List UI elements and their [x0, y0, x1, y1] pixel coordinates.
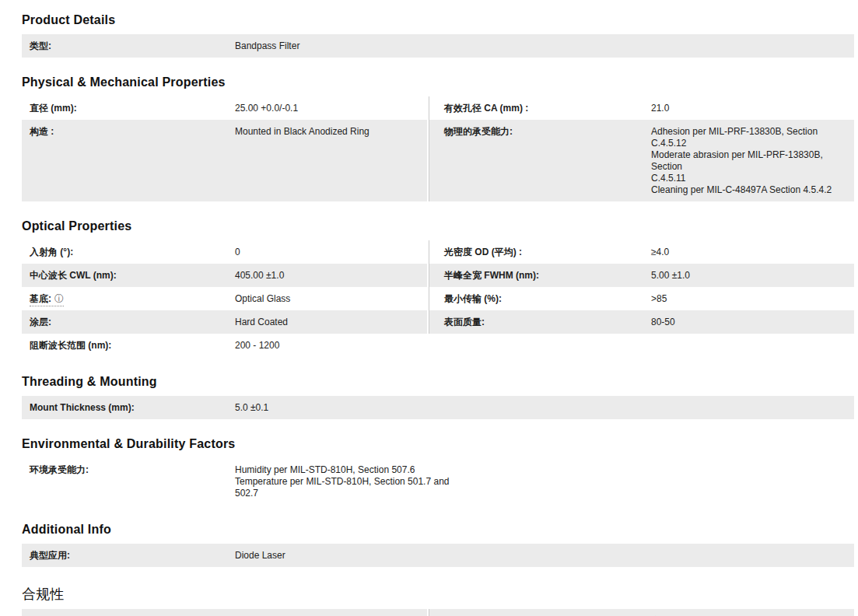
spec-label-text: 典型应用:	[30, 550, 70, 561]
spec-label-text: 最小传输 (%):	[444, 293, 502, 304]
spec-label: 有效孔径 CA (mm) :	[444, 103, 651, 114]
spec-label-text: 光密度 OD (平均) :	[444, 247, 522, 257]
spec-label-text: 直径 (mm):	[30, 103, 77, 114]
spec-label-wrap: 物理的承受能力:	[444, 126, 513, 137]
spec-label-text: 中心波长 CWL (nm):	[30, 270, 117, 281]
product-specs-page: Product Details类型:Bandpass FilterPhysica…	[22, 13, 854, 616]
section-threading-mounting: Threading & MountingMount Thickness (mm)…	[22, 375, 854, 419]
spec-label: 直径 (mm):	[30, 103, 235, 114]
section-optical-properties: Optical Properties入射角 (°):0光密度 OD (平均) :…	[22, 219, 854, 357]
spec-label-text: 类型:	[30, 40, 51, 51]
spec-cell: 环境承受能力:Humidity per MIL-STD-810H, Sectio…	[22, 458, 854, 505]
spec-label-wrap: 构造 :	[30, 126, 54, 137]
spec-row: 入射角 (°):0光密度 OD (平均) :≥4.0	[22, 240, 854, 264]
spec-label-wrap: 直径 (mm):	[30, 103, 77, 114]
spec-label: 表面质量:	[444, 317, 651, 328]
spec-label-text: 入射角 (°):	[30, 247, 73, 257]
spec-label-text: Mount Thickness (mm):	[30, 402, 135, 413]
spec-cell: RoHS 2015:符合标准	[22, 609, 429, 616]
spec-label: 中心波长 CWL (nm):	[30, 270, 235, 282]
spec-cell: 构造 :Mounted in Black Anodized Ring	[22, 120, 429, 201]
spec-cell: 典型应用:Diode Laser	[22, 544, 854, 567]
spec-cell: Mount Thickness (mm):5.0 ±0.1	[22, 396, 854, 419]
spec-row: 环境承受能力:Humidity per MIL-STD-810H, Sectio…	[22, 458, 854, 505]
spec-cell: 中心波长 CWL (nm):405.00 ±1.0	[22, 264, 429, 287]
section-title: Additional Info	[22, 523, 854, 537]
spec-value: Humidity per MIL-STD-810H, Section 507.6…	[235, 464, 449, 499]
spec-value: 405.00 ±1.0	[235, 270, 284, 282]
spec-label-wrap: 半峰全宽 FWHM (nm):	[444, 270, 539, 281]
section-compliance: 合规性RoHS 2015:符合标准Certificate of Conforma…	[22, 585, 854, 616]
spec-value: 5.00 ±1.0	[651, 270, 690, 282]
spec-value: 25.00 +0.0/-0.1	[235, 103, 298, 114]
spec-label-wrap: 环境承受能力:	[30, 464, 89, 475]
spec-value: ≥4.0	[651, 247, 669, 258]
spec-label: Mount Thickness (mm):	[30, 402, 235, 414]
spec-label: 涂层:	[30, 317, 235, 328]
spec-label-text: 半峰全宽 FWHM (nm):	[444, 270, 539, 281]
spec-cell: 半峰全宽 FWHM (nm):5.00 ±1.0	[429, 264, 854, 287]
spec-cell: 有效孔径 CA (mm) :21.0	[429, 96, 854, 120]
spec-cell: 直径 (mm):25.00 +0.0/-0.1	[22, 96, 429, 120]
spec-cell: 光密度 OD (平均) :≥4.0	[429, 240, 854, 264]
spec-row: 基底:ⓘOptical Glass最小传输 (%):>85	[22, 287, 854, 310]
spec-label-text: 有效孔径 CA (mm) :	[444, 103, 528, 114]
spec-label: 半峰全宽 FWHM (nm):	[444, 270, 651, 282]
spec-label-wrap: 阻断波长范围 (nm):	[30, 340, 111, 351]
spec-label-wrap: 入射角 (°):	[30, 247, 73, 257]
spec-row: 阻断波长范围 (nm):200 - 1200	[22, 334, 854, 357]
spec-cell: 涂层:Hard Coated	[22, 310, 429, 334]
spec-cell: 最小传输 (%):>85	[429, 287, 854, 310]
spec-cell: Certificate of Conformance:浏览	[429, 609, 854, 616]
spec-label-wrap: 光密度 OD (平均) :	[444, 247, 522, 257]
spec-value: Mounted in Black Anodized Ring	[235, 126, 369, 138]
spec-label-text: 涂层:	[30, 317, 51, 327]
spec-label: 构造 :	[30, 126, 235, 138]
spec-row: 类型:Bandpass Filter	[22, 34, 854, 58]
spec-label: 典型应用:	[30, 550, 235, 562]
spec-row: RoHS 2015:符合标准Certificate of Conformance…	[22, 609, 854, 616]
spec-cell: 物理的承受能力:Adhesion per MIL-PRF-13830B, Sec…	[429, 120, 854, 201]
spec-label: 环境承受能力:	[30, 464, 235, 476]
spec-label: 类型:	[30, 40, 235, 52]
spec-value: Optical Glass	[235, 293, 290, 305]
spec-row: 典型应用:Diode Laser	[22, 544, 854, 567]
spec-value: Adhesion per MIL-PRF-13830B, Section C.4…	[651, 126, 854, 196]
spec-label: 最小传输 (%):	[444, 293, 651, 305]
spec-label-wrap: 有效孔径 CA (mm) :	[444, 103, 528, 114]
sections-root: Product Details类型:Bandpass FilterPhysica…	[22, 13, 854, 616]
section-environmental-durability-factors: Environmental & Durability Factors环境承受能力…	[22, 437, 854, 505]
spec-row: 构造 :Mounted in Black Anodized Ring物理的承受能…	[22, 120, 854, 201]
spec-row: 涂层:Hard Coated表面质量:80-50	[22, 310, 854, 334]
spec-value: Diode Laser	[235, 550, 285, 562]
spec-cell: 基底:ⓘOptical Glass	[22, 287, 429, 310]
section-title: Physical & Mechanical Properties	[22, 75, 854, 89]
section-product-details: Product Details类型:Bandpass Filter	[22, 13, 854, 58]
spec-row: 直径 (mm):25.00 +0.0/-0.1有效孔径 CA (mm) :21.…	[22, 96, 854, 120]
spec-label-text: 表面质量:	[444, 317, 485, 327]
spec-value: 5.0 ±0.1	[235, 402, 268, 414]
spec-label-text: 物理的承受能力:	[444, 126, 513, 137]
spec-label-text: 构造 :	[30, 126, 54, 137]
spec-label-wrap: 类型:	[30, 40, 51, 51]
spec-value: Bandpass Filter	[235, 40, 299, 52]
spec-label-wrap: Mount Thickness (mm):	[30, 402, 135, 413]
spec-label-wrap: 基底:ⓘ	[30, 293, 64, 306]
spec-label-text: 阻断波长范围 (nm):	[30, 340, 111, 351]
spec-label: 入射角 (°):	[30, 247, 235, 258]
spec-value: 0	[235, 247, 240, 258]
spec-label-text: 环境承受能力:	[30, 464, 89, 475]
spec-value: Hard Coated	[235, 317, 288, 328]
spec-value: >85	[651, 293, 667, 305]
spec-cell: 阻断波长范围 (nm):200 - 1200	[22, 334, 854, 357]
spec-value: 80-50	[651, 317, 675, 328]
spec-row: 中心波长 CWL (nm):405.00 ±1.0半峰全宽 FWHM (nm):…	[22, 264, 854, 287]
section-physical-mechanical-properties: Physical & Mechanical Properties直径 (mm):…	[22, 75, 854, 201]
spec-cell: 入射角 (°):0	[22, 240, 429, 264]
spec-row: Mount Thickness (mm):5.0 ±0.1	[22, 396, 854, 419]
spec-cell: 表面质量:80-50	[429, 310, 854, 334]
spec-label-wrap: 表面质量:	[444, 317, 485, 327]
info-icon[interactable]: ⓘ	[54, 293, 64, 304]
spec-value: 200 - 1200	[235, 340, 279, 352]
spec-label-wrap: 最小传输 (%):	[444, 293, 502, 304]
